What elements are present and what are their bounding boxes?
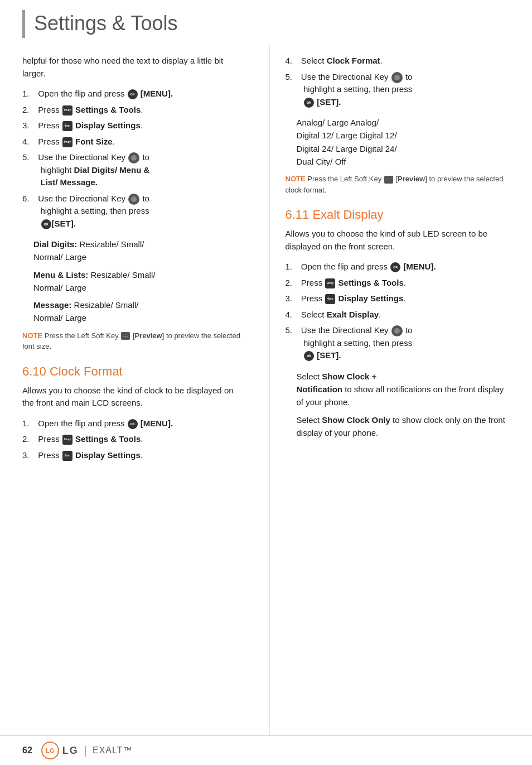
page-title: Settings & Tools xyxy=(34,10,177,38)
dir-icon-exalt5 xyxy=(391,325,403,336)
section-610-intro: Allows you to choose the kind of clock t… xyxy=(22,384,247,410)
left-soft-key-icon-clock xyxy=(384,176,393,184)
dir-icon xyxy=(128,152,139,163)
footer-product: EXALT™ xyxy=(93,745,133,756)
step-6: 6. Use the Directional Key to highlight … xyxy=(22,193,247,230)
page-header: Settings & Tools xyxy=(22,0,510,45)
page-footer: 62 LG LG | EXALT™ xyxy=(0,735,532,765)
clock-steps-left: 1. Open the flip and press [MENU]. 2. Pr… xyxy=(22,417,247,462)
9way-icon xyxy=(62,105,72,116)
exalt-show-clock-only: Select Show Clock Only to show clock onl… xyxy=(297,413,510,440)
content-columns: helpful for those who need the text to d… xyxy=(0,45,532,735)
6mn-icon xyxy=(62,121,72,131)
clock-step-2: 2. Press Settings & Tools. xyxy=(22,433,247,446)
page-number: 62 xyxy=(22,745,32,756)
clock-step-3: 3. Press Display Settings. xyxy=(22,449,247,462)
exalt-step-1: 1. Open the flip and press [MENU]. xyxy=(286,261,510,273)
step-3: 3. Press Display Settings. xyxy=(22,119,247,132)
note-label: NOTE xyxy=(22,331,42,340)
font-menu-list-block: Menu & Lists: Resizable/ Small/Normal/ L… xyxy=(33,268,247,295)
exalt-step-2: 2. Press Settings & Tools. xyxy=(286,277,510,290)
note-font-size: NOTE Press the Left Soft Key [Preview] t… xyxy=(22,330,247,352)
6mn-icon-exalt3 xyxy=(325,294,335,304)
font-size-steps: 1. Open the flip and press [MENU]. 2. Pr… xyxy=(22,88,247,230)
intro-text: helpful for those who need the text to d… xyxy=(22,55,247,80)
header-accent xyxy=(22,10,25,38)
exalt-show-clock-notif: Select Show Clock +Notification to show … xyxy=(297,370,510,409)
step-5: 5. Use the Directional Key to highlight … xyxy=(22,151,247,189)
section-611-intro: Allows you to choose the kind of sub LED… xyxy=(286,228,510,253)
right-column: 4. Select Clock Format. 5. Use the Direc… xyxy=(269,45,510,735)
dir-icon-clock5 xyxy=(391,72,403,83)
section-611-heading: 6.11 Exalt Display xyxy=(286,208,510,222)
clock-step-5: 5. Use the Directional Key to highlight … xyxy=(286,71,510,109)
clock-options-block: Analog/ Large Analog/ Digital 12/ Large … xyxy=(297,116,510,168)
step-2: 2. Press Settings & Tools. xyxy=(22,104,247,117)
footer-brand: LG xyxy=(62,745,79,757)
footer-pipe: | xyxy=(84,744,87,757)
section-610-heading: 6.10 Clock Format xyxy=(22,364,247,379)
step-4: 4. Press Font Size. xyxy=(22,136,247,148)
font-dial-digits-block: Dial Digits: Resizable/ Small/Normal/ La… xyxy=(33,238,247,264)
ok-icon-exalt1 xyxy=(390,262,400,272)
step-1: 1. Open the flip and press [MENU]. xyxy=(22,88,247,100)
left-soft-key-icon xyxy=(121,332,130,340)
6mn-icon-clock3 xyxy=(62,451,72,461)
font-message-block: Message: Resizable/ Small/Normal/ Large xyxy=(33,299,247,325)
exalt-steps: 1. Open the flip and press [MENU]. 2. Pr… xyxy=(286,261,510,362)
left-column: helpful for those who need the text to d… xyxy=(22,45,253,735)
ok-icon-exalt5 xyxy=(304,351,314,361)
9way-icon-clock2 xyxy=(62,435,72,445)
lg-logo-icon: LG xyxy=(41,742,59,759)
clock-step-4: 4. Select Clock Format. xyxy=(286,55,510,68)
exalt-step-4: 4. Select Exalt Display. xyxy=(286,309,510,321)
ok-icon-2 xyxy=(41,219,51,229)
exalt-step-5: 5. Use the Directional Key to highlight … xyxy=(286,324,510,362)
9way-icon-2 xyxy=(62,137,72,147)
dir-icon-2 xyxy=(128,194,139,205)
ok-icon xyxy=(128,89,138,99)
ok-icon-clock1 xyxy=(128,419,138,429)
clock-step-1: 1. Open the flip and press [MENU]. xyxy=(22,417,247,430)
note-clock-format: NOTE Press the Left Soft Key [Preview] t… xyxy=(286,174,510,195)
footer-logo: LG LG xyxy=(41,742,79,759)
note-label-clock: NOTE xyxy=(286,175,306,183)
ok-icon-clock5 xyxy=(304,98,314,108)
clock-steps-right: 4. Select Clock Format. 5. Use the Direc… xyxy=(286,55,510,108)
exalt-step-3: 3. Press Display Settings. xyxy=(286,292,510,305)
9way-icon-exalt2 xyxy=(325,278,335,288)
